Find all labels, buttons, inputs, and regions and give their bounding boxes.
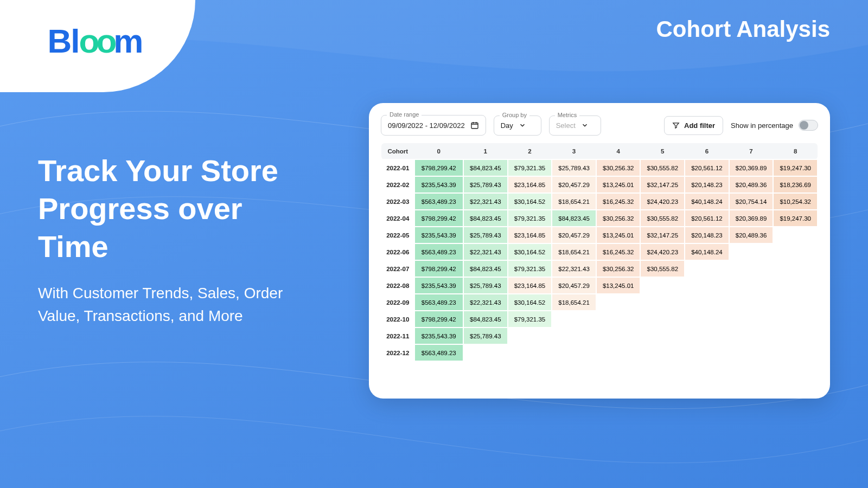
empty-cell xyxy=(773,260,818,277)
col-header: 6 xyxy=(685,143,729,159)
cohort-label: 2022-02 xyxy=(381,176,414,193)
cohort-cell: $20,457.29 xyxy=(552,176,596,193)
empty-cell xyxy=(685,328,729,344)
cohort-cell: $20,369.89 xyxy=(729,210,774,227)
table-row: 2022-06$563,489.23$22,321.43$30,164.52$1… xyxy=(381,243,818,260)
cohort-label: 2022-03 xyxy=(381,193,414,210)
empty-cell xyxy=(773,277,818,294)
cohort-cell: $24,420.23 xyxy=(640,243,685,260)
cohort-cell: $22,321.43 xyxy=(552,260,596,277)
cohort-cell: $20,489.36 xyxy=(729,227,774,243)
cohort-cell: $20,489.36 xyxy=(729,176,774,193)
cohort-cell: $30,256.32 xyxy=(596,210,641,227)
empty-cell xyxy=(729,311,774,328)
cohort-label: 2022-04 xyxy=(381,210,414,227)
page-title: Cohort Analysis xyxy=(656,16,831,42)
cohort-cell: $84,823.45 xyxy=(463,260,508,277)
empty-cell xyxy=(596,328,641,344)
col-header: 3 xyxy=(552,143,596,159)
group-by-field[interactable]: Group by Day xyxy=(494,115,541,136)
table-row: 2022-11$235,543.39$25,789.43 xyxy=(381,328,818,344)
table-row: 2022-05$235,543.39$25,789.43$23,164.85$2… xyxy=(381,227,818,243)
toggle-knob xyxy=(800,121,808,130)
empty-cell xyxy=(640,277,685,294)
cohort-cell: $798,299.42 xyxy=(414,210,463,227)
empty-cell xyxy=(773,227,818,243)
cohort-cell: $235,543.39 xyxy=(414,277,463,294)
empty-cell xyxy=(729,243,774,260)
cohort-cell: $40,148.24 xyxy=(685,193,729,210)
cohort-cell: $16,245.32 xyxy=(596,193,641,210)
date-range-field[interactable]: Date range 09/09/2022 - 12/09/2022 xyxy=(381,115,486,136)
cohort-label: 2022-01 xyxy=(381,159,414,176)
table-row: 2022-10$798,299.42$84,823.45$79,321.35 xyxy=(381,311,818,328)
cohort-cell: $798,299.42 xyxy=(414,159,463,176)
col-header-cohort: Cohort xyxy=(381,143,414,159)
cohort-label: 2022-10 xyxy=(381,311,414,328)
cohort-cell: $563,489.23 xyxy=(414,344,463,361)
cohort-cell: $32,147.25 xyxy=(640,176,685,193)
empty-cell xyxy=(729,294,774,311)
empty-cell xyxy=(773,311,818,328)
cohort-label: 2022-07 xyxy=(381,260,414,277)
cohort-cell: $79,321.35 xyxy=(508,260,552,277)
date-range-legend: Date range xyxy=(387,111,422,118)
table-row: 2022-02$235,543.39$25,789.43$23,164.85$2… xyxy=(381,176,818,193)
empty-cell xyxy=(508,344,552,361)
col-header: 8 xyxy=(773,143,818,159)
table-row: 2022-03$563,489.23$22,321.43$30,164.52$1… xyxy=(381,193,818,210)
cohort-card: Date range 09/09/2022 - 12/09/2022 Group… xyxy=(369,103,830,399)
table-row: 2022-07$798,299.42$84,823.45$79,321.35$2… xyxy=(381,260,818,277)
brand-logo: Bloom xyxy=(48,22,143,60)
cohort-cell: $13,245.01 xyxy=(596,277,641,294)
show-percentage-toggle[interactable] xyxy=(799,120,818,131)
hero-heading: Track Your Store Progress over Time xyxy=(38,152,320,266)
empty-cell xyxy=(729,277,774,294)
empty-cell xyxy=(773,344,818,361)
cohort-cell: $23,164.85 xyxy=(508,176,552,193)
cohort-cell: $22,321.43 xyxy=(463,294,508,311)
cohort-cell: $20,457.29 xyxy=(552,277,596,294)
table-row: 2022-12$563,489.23 xyxy=(381,344,818,361)
empty-cell xyxy=(596,311,641,328)
cohort-cell: $30,555.82 xyxy=(640,210,685,227)
cohort-cell: $30,164.52 xyxy=(508,193,552,210)
cohort-label: 2022-09 xyxy=(381,294,414,311)
cohort-cell: $20,369.89 xyxy=(729,159,774,176)
cohort-cell: $30,256.32 xyxy=(596,260,641,277)
table-row: 2022-01$798,299.42$84,823.45$79,321.35$2… xyxy=(381,159,818,176)
cohort-cell: $25,789.43 xyxy=(463,176,508,193)
empty-cell xyxy=(596,344,641,361)
empty-cell xyxy=(463,344,508,361)
date-range-value: 09/09/2022 - 12/09/2022 xyxy=(388,121,465,130)
cohort-cell: $25,789.43 xyxy=(463,277,508,294)
cohort-cell: $40,148.24 xyxy=(685,243,729,260)
empty-cell xyxy=(685,260,729,277)
cohort-cell: $798,299.42 xyxy=(414,260,463,277)
cohort-cell: $84,823.45 xyxy=(463,159,508,176)
cohort-cell: $16,245.32 xyxy=(596,243,641,260)
cohort-cell: $235,543.39 xyxy=(414,227,463,243)
show-percentage-label: Show in percentage xyxy=(731,121,793,130)
empty-cell xyxy=(685,344,729,361)
empty-cell xyxy=(552,344,596,361)
cohort-label: 2022-11 xyxy=(381,328,414,344)
cohort-cell: $25,789.43 xyxy=(463,227,508,243)
cohort-cell: $20,754.14 xyxy=(729,193,774,210)
empty-cell xyxy=(552,328,596,344)
cohort-cell: $32,147.25 xyxy=(640,227,685,243)
hero: Track Your Store Progress over Time With… xyxy=(38,152,320,328)
cohort-cell: $563,489.23 xyxy=(414,193,463,210)
add-filter-button[interactable]: Add filter xyxy=(664,116,723,135)
table-row: 2022-09$563,489.23$22,321.43$30,164.52$1… xyxy=(381,294,818,311)
col-header: 0 xyxy=(414,143,463,159)
empty-cell xyxy=(552,311,596,328)
cohort-cell: $24,420.23 xyxy=(640,193,685,210)
cohort-cell: $25,789.43 xyxy=(463,328,508,344)
cohort-label: 2022-05 xyxy=(381,227,414,243)
metrics-placeholder: Select xyxy=(556,121,576,130)
metrics-field[interactable]: Metrics Select xyxy=(549,115,601,136)
col-header: 7 xyxy=(729,143,774,159)
cohort-cell: $30,164.52 xyxy=(508,294,552,311)
cohort-cell: $84,823.45 xyxy=(552,210,596,227)
